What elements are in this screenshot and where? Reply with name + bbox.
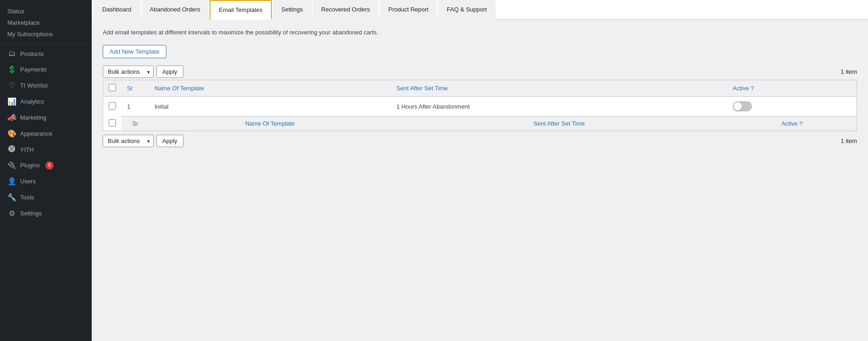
sidebar-item-label-analytics: Analytics <box>20 98 44 105</box>
bottom-apply-button[interactable]: Apply <box>156 135 183 147</box>
tab-settings[interactable]: Settings <box>273 0 312 20</box>
footer-select-all-checkbox[interactable] <box>109 119 116 126</box>
sidebar-item-label-tools: Tools <box>20 194 34 201</box>
yith-icon: 🅨 <box>7 145 17 154</box>
sidebar-item-label-appearance: Appearance <box>20 130 52 137</box>
sidebar-item-users[interactable]: 👤Users <box>0 173 92 189</box>
sidebar-nav: 🗂Products💲Payments♡TI Wishlist📊Analytics… <box>0 46 92 221</box>
settings-icon: ⚙ <box>7 209 17 218</box>
row-0-active-cell <box>727 97 857 116</box>
bottom-bulk-wrapper: Bulk actions <box>103 135 154 147</box>
ti-wishlist-icon: ♡ <box>7 81 17 90</box>
sidebar-item-yith[interactable]: 🅨YITH <box>0 142 92 157</box>
table-header-row: Sr Name Of Template Sent After Set Time … <box>103 80 857 97</box>
top-toolbar: Bulk actions Apply 1 item <box>103 66 857 78</box>
tab-abandoned-orders[interactable]: Abandoned Orders <box>141 0 209 20</box>
tab-recovered-orders[interactable]: Recovered Orders <box>313 0 379 20</box>
sidebar-item-label-plugins: Plugins <box>20 162 40 169</box>
tools-icon: 🔧 <box>7 193 17 202</box>
products-icon: 🗂 <box>7 50 17 58</box>
top-bulk-wrapper: Bulk actions <box>103 66 154 78</box>
sidebar-item-ti-wishlist[interactable]: ♡TI Wishlist <box>0 77 92 94</box>
sidebar-item-appearance[interactable]: 🎨Appearance <box>0 126 92 142</box>
sidebar-top: StatusMarketplaceMy Subscriptions <box>0 0 92 44</box>
sidebar-item-analytics[interactable]: 📊Analytics <box>0 94 92 110</box>
sidebar: StatusMarketplaceMy Subscriptions 🗂Produ… <box>0 0 92 341</box>
sidebar-item-payments[interactable]: 💲Payments <box>0 61 92 77</box>
table-footer-row: Sr Name Of Template Sent After Set Time … <box>103 116 857 131</box>
tab-dashboard[interactable]: Dashboard <box>94 0 140 20</box>
row-0-checkbox[interactable] <box>109 102 116 110</box>
header-checkbox-cell <box>103 80 122 97</box>
sidebar-item-label-products: Products <box>20 50 44 57</box>
sidebar-item-products[interactable]: 🗂Products <box>0 46 92 61</box>
template-table: Sr Name Of Template Sent After Set Time … <box>103 80 857 131</box>
sidebar-item-settings[interactable]: ⚙Settings <box>0 205 92 221</box>
bottom-toolbar: Bulk actions Apply 1 item <box>103 135 857 147</box>
table-row: 1Initial1 Hours After Abandonment <box>103 97 857 116</box>
row-0-checkbox-cell <box>103 97 122 116</box>
sidebar-item-label-payments: Payments <box>20 66 47 73</box>
sidebar-item-tools[interactable]: 🔧Tools <box>0 189 92 205</box>
footer-checkbox-cell <box>103 116 122 131</box>
content-area: Add email templates at different interva… <box>92 20 868 341</box>
sidebar-top-marketplace[interactable]: Marketplace <box>7 17 84 28</box>
bottom-bulk-actions-select[interactable]: Bulk actions <box>103 135 154 147</box>
marketing-icon: 📣 <box>7 113 17 122</box>
top-apply-button[interactable]: Apply <box>156 66 183 78</box>
footer-sr: Sr <box>122 116 149 131</box>
add-template-button[interactable]: Add New Template <box>103 45 166 58</box>
header-sent-after: Sent After Set Time <box>391 80 727 97</box>
sidebar-item-label-users: Users <box>20 178 36 185</box>
sidebar-item-label-settings: Settings <box>20 210 42 217</box>
top-item-count: 1 item <box>841 68 857 75</box>
header-sr: Sr <box>122 80 149 97</box>
sidebar-top-status[interactable]: Status <box>7 6 84 17</box>
header-active: Active ? <box>727 80 857 97</box>
row-0-active-toggle[interactable] <box>733 101 752 111</box>
sidebar-item-marketing[interactable]: 📣Marketing <box>0 110 92 126</box>
top-bulk-actions-select[interactable]: Bulk actions <box>103 66 154 78</box>
sidebar-item-label-yith: YITH <box>20 146 34 153</box>
tab-email-templates[interactable]: Email Templates <box>210 0 271 20</box>
row-0-sent-after: 1 Hours After Abandonment <box>391 97 727 116</box>
footer-sent-after: Sent After Set Time <box>391 116 727 131</box>
plugins-icon: 🔌 <box>7 161 17 170</box>
footer-active: Active ? <box>727 116 857 131</box>
plugins-badge: 8 <box>45 161 54 170</box>
sidebar-item-plugins[interactable]: 🔌Plugins8 <box>0 157 92 173</box>
main-content: DashboardAbandoned OrdersEmail Templates… <box>92 0 868 341</box>
sidebar-item-label-marketing: Marketing <box>20 114 46 121</box>
page-description: Add email templates at different interva… <box>103 29 857 36</box>
tab-bar: DashboardAbandoned OrdersEmail Templates… <box>92 0 868 20</box>
bottom-item-count: 1 item <box>841 138 857 144</box>
tab-faq-support[interactable]: FAQ & Support <box>438 0 495 20</box>
row-0-sr: 1 <box>122 97 149 116</box>
sidebar-top-my-subscriptions[interactable]: My Subscriptions <box>7 28 84 40</box>
table-body: 1Initial1 Hours After Abandonment <box>103 97 857 116</box>
appearance-icon: 🎨 <box>7 129 17 138</box>
header-name: Name Of Template <box>149 80 391 97</box>
select-all-checkbox[interactable] <box>109 84 116 91</box>
tab-product-report[interactable]: Product Report <box>380 0 437 20</box>
analytics-icon: 📊 <box>7 97 17 106</box>
users-icon: 👤 <box>7 177 17 186</box>
payments-icon: 💲 <box>7 65 17 74</box>
row-0-name: Initial <box>149 97 391 116</box>
footer-name: Name Of Template <box>149 116 391 131</box>
sidebar-item-label-ti-wishlist: TI Wishlist <box>20 82 48 89</box>
